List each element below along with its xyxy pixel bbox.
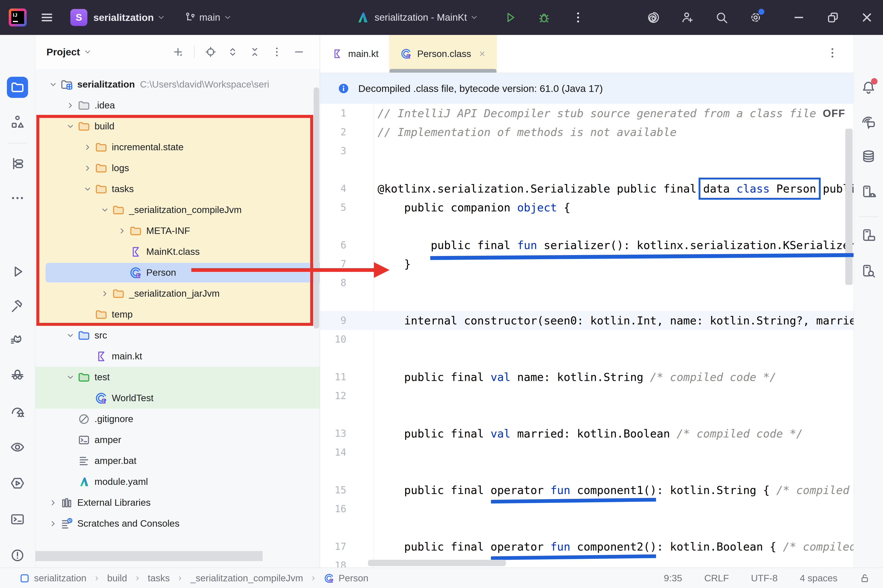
- tree-item-amper[interactable]: amper: [35, 429, 320, 450]
- chevron-down-icon[interactable]: [63, 330, 78, 340]
- code-with-me-icon[interactable]: [681, 10, 695, 24]
- branch-name[interactable]: main: [199, 12, 220, 23]
- services-tool-icon[interactable]: [10, 476, 25, 491]
- chevron-right-icon[interactable]: [46, 498, 60, 508]
- project-view-chevron-icon[interactable]: [83, 47, 92, 57]
- run-button[interactable]: [503, 10, 517, 24]
- collapse-all-icon[interactable]: [249, 46, 261, 58]
- breadcrumb-build[interactable]: build: [107, 573, 127, 584]
- editor-horizontal-scrollbar[interactable]: [368, 560, 506, 566]
- chevron-right-icon[interactable]: [80, 163, 95, 173]
- main-menu-icon[interactable]: [40, 10, 54, 24]
- tree-item-temp[interactable]: temp: [35, 304, 320, 325]
- problems-tool-icon[interactable]: [10, 548, 25, 563]
- running-devices-tool-icon[interactable]: [861, 184, 876, 200]
- incognito-tool-icon[interactable]: [10, 368, 25, 382]
- tree-item-mainkt-class[interactable]: MainKt.class: [35, 241, 320, 262]
- tree-item-scratches-and-consoles[interactable]: Scratches and Consoles: [35, 513, 320, 534]
- tree-item-test[interactable]: test: [35, 367, 320, 388]
- search-everywhere-icon[interactable]: [715, 10, 728, 24]
- debug-button[interactable]: [537, 10, 551, 24]
- project-tool-icon[interactable]: [7, 77, 28, 98]
- chevron-down-icon[interactable]: [80, 184, 95, 194]
- branch-chevron-icon[interactable]: [223, 12, 233, 22]
- more-tools-tool-icon[interactable]: [10, 190, 25, 206]
- tab-close-icon[interactable]: [478, 50, 486, 58]
- tree-item-serialitzation[interactable]: serialitzationC:\Users\david\Workspace\s…: [35, 74, 320, 95]
- structure-tool-icon[interactable]: [10, 114, 25, 129]
- expand-all-icon[interactable]: [227, 46, 239, 58]
- breadcrumb--serialitzation-compilejvm[interactable]: _serialitzation_compileJvm: [190, 573, 303, 584]
- tree-item-amper-bat[interactable]: amper.bat: [35, 450, 320, 471]
- more-actions-icon[interactable]: [571, 10, 585, 24]
- tab-person-class[interactable]: Person.class: [389, 35, 497, 73]
- options-icon[interactable]: [271, 46, 283, 58]
- project-panel-title[interactable]: Project: [47, 46, 80, 58]
- minimize-button[interactable]: [792, 10, 806, 24]
- tree-item-external-libraries[interactable]: External Libraries: [35, 492, 320, 513]
- tree-item-build[interactable]: build: [35, 116, 320, 137]
- run-configuration[interactable]: serialitzation - MainKt: [375, 12, 467, 23]
- device-explorer-tool-icon[interactable]: [861, 264, 876, 279]
- tree-item-label: _serialitzation_jarJvm: [129, 288, 220, 299]
- run-tool-icon[interactable]: [10, 264, 25, 279]
- chevron-down-icon[interactable]: [63, 122, 78, 131]
- tree-item--gitignore[interactable]: .gitignore: [35, 408, 320, 429]
- tree-item-person[interactable]: Person: [35, 262, 320, 283]
- database-tool-icon[interactable]: [861, 148, 876, 164]
- code-editor[interactable]: 1// IntelliJ API Decompiler stub source …: [320, 104, 854, 567]
- profiler-tool-icon[interactable]: [10, 404, 25, 418]
- breadcrumb-tasks[interactable]: tasks: [148, 573, 170, 584]
- tree-item--idea[interactable]: .idea: [35, 95, 320, 116]
- hide-icon[interactable]: [293, 46, 305, 58]
- tree-item-incremental-state[interactable]: incremental.state: [35, 137, 320, 158]
- restore-button[interactable]: [826, 10, 840, 24]
- status-item-4-spaces[interactable]: 4 spaces: [800, 573, 838, 584]
- run-config-chevron-icon[interactable]: [469, 12, 479, 22]
- chevron-down-icon[interactable]: [46, 80, 60, 90]
- tab-options-icon[interactable]: [826, 46, 839, 59]
- breadcrumb-serialitzation[interactable]: serialitzation: [19, 573, 86, 584]
- close-button[interactable]: [860, 10, 874, 24]
- tree-item-worldtest[interactable]: WorldTest: [35, 388, 320, 408]
- tree-item--serialitzation-compilejvm[interactable]: _serialitzation_compileJvm: [35, 200, 320, 220]
- breadcrumb-person[interactable]: Person: [324, 573, 369, 584]
- folder-icon: [95, 141, 108, 154]
- project-vertical-scrollbar[interactable]: [314, 87, 319, 328]
- preview-tool-icon[interactable]: [10, 440, 25, 455]
- device-manager-tool-icon[interactable]: [861, 228, 876, 243]
- tab-main-kt[interactable]: main.kt: [320, 35, 389, 73]
- ai-assistant-tool-icon[interactable]: [861, 115, 876, 130]
- dependencies-tool-icon[interactable]: [10, 156, 25, 171]
- tree-item-module-yaml[interactable]: module.yaml: [35, 471, 320, 492]
- tree-item-tasks[interactable]: tasks: [35, 178, 320, 200]
- tree-item-meta-inf[interactable]: META-INF: [35, 220, 320, 241]
- settings-gear-icon[interactable]: [749, 10, 763, 24]
- chevron-right-icon[interactable]: [115, 226, 129, 236]
- status-item-crlf[interactable]: CRLF: [704, 573, 729, 584]
- project-chevron-icon[interactable]: [156, 12, 166, 22]
- status-item-9-35[interactable]: 9:35: [664, 573, 682, 584]
- tree-item-main-kt[interactable]: main.kt: [35, 346, 320, 367]
- notifications-tool-icon[interactable]: [861, 80, 876, 95]
- add-icon[interactable]: [172, 46, 184, 58]
- locate-icon[interactable]: [205, 46, 217, 58]
- ai-actions-icon[interactable]: [647, 10, 660, 24]
- status-item-utf-8[interactable]: UTF-8: [751, 573, 778, 584]
- lock-open-icon[interactable]: [859, 573, 870, 584]
- tree-item-logs[interactable]: logs: [35, 158, 320, 178]
- project-horizontal-scrollbar[interactable]: [35, 551, 263, 561]
- speed-cat-tool-icon[interactable]: [10, 333, 25, 348]
- terminal-tool-icon[interactable]: [10, 512, 25, 527]
- chevron-right-icon[interactable]: [63, 100, 78, 111]
- tree-item--serialitzation-jarjvm[interactable]: _serialitzation_jarJvm: [35, 283, 320, 304]
- chevron-right-icon[interactable]: [46, 519, 60, 529]
- editor-vertical-scrollbar[interactable]: [845, 129, 853, 285]
- tree-item-src[interactable]: src: [35, 325, 320, 346]
- chevron-down-icon[interactable]: [98, 205, 112, 215]
- chevron-right-icon[interactable]: [98, 289, 112, 299]
- chevron-right-icon[interactable]: [80, 142, 95, 152]
- chevron-down-icon[interactable]: [63, 372, 78, 382]
- project-name[interactable]: serialitzation: [93, 12, 154, 23]
- build-tool-icon[interactable]: [10, 298, 25, 314]
